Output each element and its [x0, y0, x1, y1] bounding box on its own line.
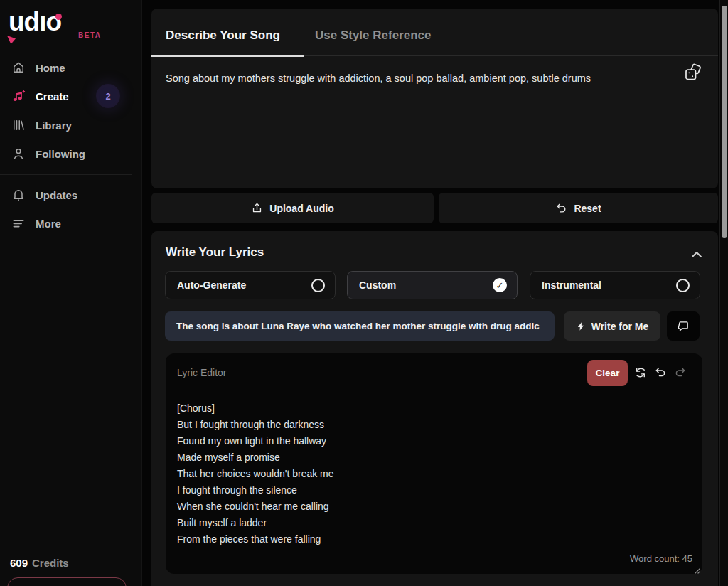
song-description-input[interactable]: Song about my mothers struggle with addi… [166, 71, 678, 86]
chevron-up-icon[interactable] [691, 248, 702, 257]
following-icon [11, 146, 26, 161]
main-panel: Describe Your Song Use Style Reference S… [142, 0, 728, 586]
reset-label: Reset [574, 203, 601, 214]
clear-button[interactable]: Clear [587, 360, 628, 386]
sidebar-item-label: More [36, 218, 61, 230]
scrollbar-thumb[interactable] [722, 6, 727, 238]
mode-custom[interactable]: Custom ✓ [347, 271, 518, 299]
write-for-me-button[interactable]: Write for Me [564, 311, 660, 341]
sidebar-item-label: Following [36, 148, 85, 160]
mode-label: Instrumental [542, 279, 601, 291]
write-your-lyrics-card: Write Your Lyrics Auto-Generate Custom ✓… [151, 231, 718, 586]
sidebar-item-home[interactable]: Home [0, 53, 142, 82]
create-icon [11, 89, 26, 103]
upload-audio-label: Upload Audio [269, 203, 333, 214]
sidebar-item-label: Updates [36, 189, 77, 201]
more-icon [11, 216, 26, 230]
library-icon [11, 118, 26, 132]
undo-icon[interactable] [654, 366, 667, 379]
active-tab-underline [151, 55, 304, 57]
udio-logo-text: udıo [9, 7, 61, 36]
word-count: Word count: 45 [630, 553, 692, 564]
create-count-badge: 2 [99, 87, 117, 105]
sidebar-item-updates[interactable]: Updates [0, 181, 142, 209]
logo-tail-icon [7, 36, 16, 44]
lyrics-textarea[interactable]: [Chorus] But I fought through the darkne… [177, 400, 675, 548]
sidebar-item-label: Home [36, 62, 65, 74]
mode-auto-generate[interactable]: Auto-Generate [165, 271, 336, 299]
credits-label: Credits [32, 557, 69, 569]
sidebar-item-create[interactable]: Create 2 [0, 82, 142, 110]
beta-badge: BETA [78, 31, 101, 39]
sidebar-item-more[interactable]: More [0, 209, 142, 238]
sidebar-item-label: Create [36, 90, 69, 102]
refresh-icon[interactable] [634, 366, 647, 379]
upload-audio-button[interactable]: Upload Audio [151, 193, 434, 223]
lyric-editor-label: Lyric Editor [177, 367, 227, 378]
logo-dot-icon [55, 14, 62, 20]
subscribe-button[interactable] [7, 577, 127, 586]
sidebar-divider [0, 174, 132, 175]
mode-label: Custom [359, 279, 396, 291]
home-icon [11, 60, 26, 75]
comment-button[interactable] [667, 311, 700, 341]
dice-icon[interactable] [682, 63, 704, 84]
tab-use-style-reference[interactable]: Use Style Reference [315, 28, 431, 43]
redo-icon[interactable] [674, 366, 687, 379]
mode-label: Auto-Generate [177, 279, 246, 291]
section-title: Write Your Lyrics [166, 245, 264, 260]
radio-unchecked-icon [311, 279, 325, 292]
reset-button[interactable]: Reset [439, 193, 718, 223]
resize-handle[interactable] [692, 564, 700, 572]
sidebar: udıo BETA Home Create 2 Library [0, 0, 142, 586]
describe-card: Describe Your Song Use Style Reference S… [151, 9, 718, 188]
sidebar-item-following[interactable]: Following [0, 139, 142, 168]
scrollbar-track[interactable] [719, 0, 728, 586]
lyrics-prompt-input[interactable] [165, 311, 555, 341]
radio-unchecked-icon [676, 279, 690, 292]
comment-icon [678, 320, 690, 332]
sidebar-item-library[interactable]: Library [0, 111, 142, 139]
credits-count: 609 [10, 557, 28, 569]
upload-icon [251, 202, 263, 214]
tab-describe-your-song[interactable]: Describe Your Song [166, 28, 280, 43]
credits-display: 609Credits [10, 557, 69, 569]
tab-bar: Describe Your Song Use Style Reference [151, 9, 718, 56]
radio-checked-icon: ✓ [493, 278, 507, 292]
lightning-icon [576, 321, 586, 331]
app-root: udıo BETA Home Create 2 Library [0, 0, 728, 586]
mode-instrumental[interactable]: Instrumental [530, 271, 700, 299]
updates-icon [11, 188, 26, 202]
sidebar-item-label: Library [36, 119, 72, 132]
udio-logo[interactable]: udıo BETA [9, 7, 61, 44]
lyric-editor[interactable]: Lyric Editor Clear [Chorus] But I fought… [166, 353, 702, 574]
reset-icon [555, 202, 567, 214]
write-for-me-label: Write for Me [592, 321, 649, 332]
